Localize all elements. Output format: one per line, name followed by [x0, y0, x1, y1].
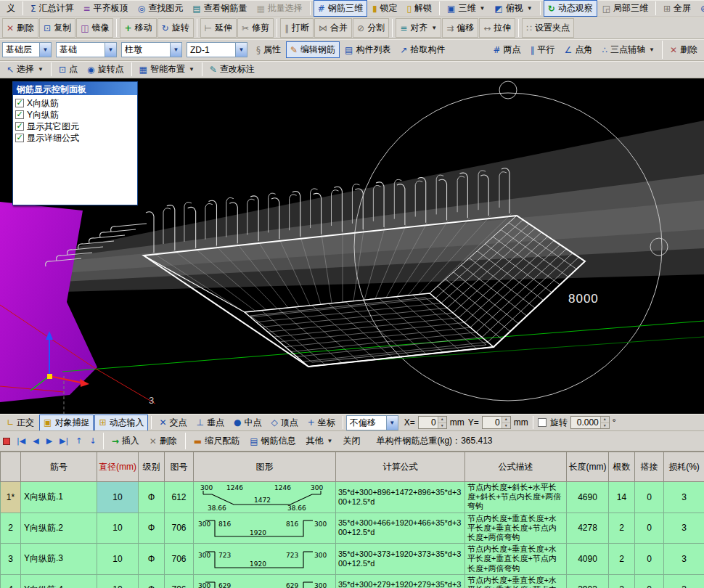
cell-formula[interactable]: 35*d+300+896+1472+896+35*d+300+12.5*d: [336, 482, 465, 513]
select-mode-button[interactable]: ↖选择▼: [2, 61, 48, 78]
view-top-button[interactable]: ◩俯视▼: [490, 0, 536, 17]
col-header-lap[interactable]: 搭接: [635, 452, 664, 482]
three-point-aux-axis-button[interactable]: ∴三点辅轴▼: [597, 41, 659, 58]
cell-figure[interactable]: 300 1246 1246 300 38.66 1472 38.66: [194, 482, 336, 513]
cell-lap[interactable]: 0: [635, 574, 664, 588]
snap-vertex-button[interactable]: ◇顶点: [266, 415, 302, 431]
close-button[interactable]: 关闭: [338, 433, 364, 449]
cell-count[interactable]: 2: [609, 574, 635, 588]
point-angle-axis-button[interactable]: ∠点角: [560, 41, 597, 58]
smart-layout-button[interactable]: ▦智能布置▼: [135, 61, 199, 78]
parallel-axis-button[interactable]: ∥平行: [526, 41, 560, 58]
cell-level[interactable]: Φ: [139, 544, 165, 575]
snap-midpoint-button[interactable]: ●中点: [229, 415, 266, 431]
rebar-info-button[interactable]: ▤钢筋信息: [245, 433, 300, 449]
cell-length[interactable]: 4090: [567, 544, 609, 575]
col-header-count[interactable]: 根数: [609, 452, 635, 482]
copy-button[interactable]: ⊡复制: [39, 18, 75, 38]
object-snap-toggle[interactable]: ▣对象捕捉: [39, 415, 94, 431]
cell-formula[interactable]: 35*d+300+466+1920+466+35*d+300+12.5*d: [336, 513, 465, 544]
combo-arrow-icon[interactable]: ▼: [235, 43, 247, 57]
rotate-button[interactable]: ↻旋转: [157, 18, 194, 38]
x-input[interactable]: 0▲▼: [418, 416, 447, 429]
cell-formula[interactable]: 35*d+300+373+1920+373+35*d+300+12.5*d: [336, 544, 465, 575]
zoom-button[interactable]: ⊕缩放: [696, 0, 704, 17]
col-header-name[interactable]: 筋号: [21, 452, 97, 482]
cell-figure[interactable]: 300 723 1920 723 300: [194, 544, 336, 575]
align-slab-top-button[interactable]: ≡平齐板顶: [79, 0, 133, 17]
combo-arrow-icon[interactable]: ▼: [170, 43, 181, 57]
spin-down-icon[interactable]: ▼: [438, 423, 446, 429]
move-up-button[interactable]: ↑: [73, 434, 85, 448]
pick-component-button[interactable]: ↗拾取构件: [396, 41, 449, 58]
cell-length[interactable]: 4278: [567, 513, 609, 544]
checkbox-show-formula[interactable]: ✓: [15, 134, 24, 142]
mirror-button[interactable]: ◫镜像: [76, 18, 113, 38]
cell-row-number[interactable]: 3: [1, 544, 21, 575]
point-place-button[interactable]: ⊡点: [54, 61, 82, 78]
extend-button[interactable]: ⊢延伸: [200, 18, 237, 38]
table-row[interactable]: 3 Y向纵筋.3 10 Φ 706 300 723 1920 723 300 3…: [1, 544, 704, 575]
lock-button[interactable]: ▮锁定: [368, 0, 402, 17]
col-header-diameter[interactable]: 直径(mm): [97, 452, 139, 482]
nav-first-button[interactable]: |◀: [14, 434, 28, 448]
cell-loss[interactable]: 3: [664, 544, 704, 575]
cell-rebar-name[interactable]: Y向纵筋.3: [21, 544, 97, 575]
snap-perpendicular-button[interactable]: ⊥垂点: [192, 415, 229, 431]
rebar-3d-button[interactable]: #钢筋三维: [314, 0, 367, 17]
properties-button[interactable]: §属性: [252, 41, 285, 58]
cell-lap[interactable]: 0: [635, 482, 664, 513]
col-header-loss[interactable]: 损耗(%): [664, 452, 704, 482]
col-header-level[interactable]: 级别: [139, 452, 165, 482]
cell-diameter[interactable]: 10: [97, 574, 139, 588]
col-header-formula[interactable]: 计算公式: [336, 452, 465, 482]
component-name-combo[interactable]: ZD-1▼: [187, 42, 247, 57]
orbit-button[interactable]: ↻动态观察: [544, 0, 597, 17]
snap-intersection-button[interactable]: ✕交点: [155, 415, 191, 431]
panel-title-bar[interactable]: 钢筋显示控制面板: [13, 82, 137, 95]
rotate-input[interactable]: 0.000▲▼: [570, 416, 610, 429]
cell-formula-desc[interactable]: 节点内长度+垂直长度+水平长度+垂直长度+节点内长度+两倍弯钩: [465, 574, 567, 588]
view-3d-button[interactable]: ▣三维▼: [443, 0, 489, 17]
align-button[interactable]: ≡对齐▼: [396, 18, 441, 38]
snap-coordinate-button[interactable]: +坐标: [303, 415, 340, 431]
cell-level[interactable]: Φ: [139, 513, 165, 544]
offset-button[interactable]: ⇉偏移: [442, 18, 478, 38]
cell-figure[interactable]: 300 816 1920 816 300: [194, 513, 336, 544]
spin-up-icon[interactable]: ▲: [601, 417, 609, 423]
col-header-desc[interactable]: 公式描述: [465, 452, 567, 482]
cell-rebar-name[interactable]: X向纵筋.1: [21, 482, 97, 513]
checkbox-y-rebar[interactable]: ✓: [15, 110, 24, 119]
offset-combo[interactable]: 不偏移▼: [346, 415, 398, 430]
edit-rebar-button[interactable]: ✎编辑钢筋: [286, 41, 340, 58]
table-row[interactable]: 2 Y向纵筋.2 10 Φ 706 300 816 1920 816 300 3…: [1, 513, 704, 544]
cell-length[interactable]: 3903: [567, 574, 609, 588]
component-type-combo[interactable]: 柱墩▼: [121, 42, 182, 57]
nav-next-button[interactable]: ▶: [44, 434, 55, 448]
nav-prev-button[interactable]: ◀: [30, 434, 41, 448]
cell-level[interactable]: Φ: [139, 482, 165, 513]
insert-row-button[interactable]: →插入: [107, 433, 144, 449]
ortho-toggle[interactable]: ∟正交: [2, 415, 38, 431]
cell-level[interactable]: Φ: [139, 574, 165, 588]
define-button[interactable]: 义: [2, 0, 20, 17]
component-list-button[interactable]: ▤构件列表: [340, 41, 395, 58]
cell-figure-no[interactable]: 706: [165, 513, 194, 544]
cell-rebar-name[interactable]: Y向纵筋.4: [21, 574, 97, 588]
cell-formula-desc[interactable]: 节点内长度+垂直长度+水平长度+垂直长度+节点内长度+两倍弯钩: [465, 544, 567, 575]
rotate-checkbox[interactable]: [538, 418, 547, 427]
delete-row-button[interactable]: ✕删除: [145, 433, 181, 449]
cell-row-number[interactable]: 2: [1, 513, 21, 544]
cell-loss[interactable]: 3: [664, 574, 704, 588]
cell-formula[interactable]: 35*d+300+279+1920+279+35*d+300+12.5*d: [336, 574, 465, 588]
cell-count[interactable]: 2: [609, 513, 635, 544]
cell-count[interactable]: 2: [609, 544, 635, 575]
cell-count[interactable]: 14: [609, 482, 635, 513]
table-row[interactable]: 4 Y向纵筋.4 10 Φ 706 300 629 1920 629 300 3…: [1, 574, 704, 588]
col-header-figure[interactable]: 图形: [194, 452, 336, 482]
spin-up-icon[interactable]: ▲: [438, 417, 446, 423]
unlock-button[interactable]: ▯解锁: [403, 0, 437, 17]
checkbox-x-rebar[interactable]: ✓: [15, 99, 24, 107]
view-rebar-amount-button[interactable]: ▤查看钢筋量: [188, 0, 251, 17]
partial-3d-button[interactable]: ◲局部三维: [598, 0, 652, 17]
